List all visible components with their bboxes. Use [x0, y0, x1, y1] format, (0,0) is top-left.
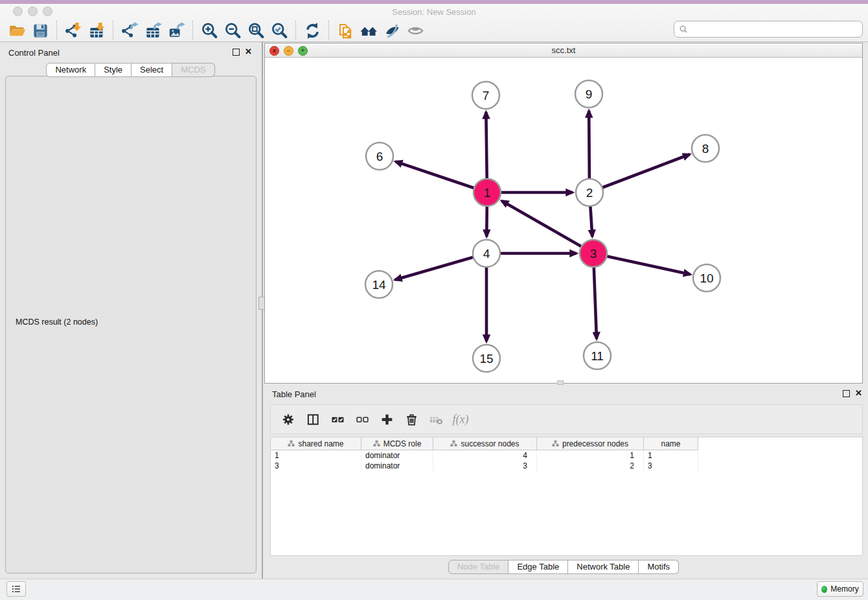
- cell-MCDS-role[interactable]: dominator: [361, 461, 433, 471]
- select-all-button[interactable]: [325, 408, 350, 431]
- control-panel-float-icon[interactable]: [233, 49, 240, 56]
- export-network-button[interactable]: [118, 20, 141, 41]
- table-tab-motifs[interactable]: Motifs: [639, 560, 679, 574]
- refresh-button[interactable]: [301, 20, 324, 41]
- cell-name[interactable]: 1: [644, 450, 698, 461]
- delete-table-button[interactable]: [424, 408, 448, 431]
- network-close-button[interactable]: x: [269, 46, 279, 56]
- svg-text:3: 3: [590, 247, 597, 260]
- graph-node-1[interactable]: 1: [474, 179, 501, 206]
- tab-style[interactable]: Style: [95, 63, 131, 77]
- home-button[interactable]: [357, 20, 380, 41]
- table-tab-node-table[interactable]: Node Table: [448, 560, 509, 574]
- network-minimize-button[interactable]: –: [284, 46, 293, 56]
- graph-node-14[interactable]: 14: [365, 271, 393, 298]
- cell-name[interactable]: 3: [644, 461, 698, 471]
- column-header-MCDS-role[interactable]: MCDS role: [361, 437, 433, 450]
- column-header-successor-nodes[interactable]: successor nodes: [433, 437, 537, 450]
- export-image-button[interactable]: [165, 20, 188, 41]
- table-row[interactable]: 3dominator323: [271, 461, 862, 471]
- search-box[interactable]: [674, 21, 863, 38]
- deselect-all-button[interactable]: [350, 408, 374, 431]
- memory-button[interactable]: Memory: [817, 581, 863, 597]
- zoom-in-button[interactable]: [198, 20, 221, 41]
- edge-3-10[interactable]: [593, 253, 691, 274]
- shared-column-icon: [450, 440, 457, 447]
- edge-3-1[interactable]: [502, 201, 593, 253]
- main-toolbar: [5, 19, 427, 41]
- open-button[interactable]: [5, 20, 29, 41]
- edge-1-6[interactable]: [396, 161, 487, 192]
- column-header-label: predecessor nodes: [562, 439, 628, 448]
- table-panel-title: Table Panel: [272, 389, 316, 399]
- svg-text:8: 8: [702, 142, 709, 156]
- column-header-predecessor-nodes[interactable]: predecessor nodes: [537, 437, 644, 450]
- shared-column-icon: [373, 440, 380, 447]
- list-panel-button[interactable]: [6, 581, 26, 597]
- cell-successor-nodes[interactable]: 3: [433, 461, 537, 471]
- network-graph-canvas[interactable]: 7968124314101511: [265, 58, 862, 383]
- show-hide-button[interactable]: [404, 20, 427, 41]
- import-network-button[interactable]: [62, 20, 85, 41]
- graph-node-9[interactable]: 9: [575, 80, 602, 108]
- save-button[interactable]: [29, 20, 52, 41]
- deselect-all-icon: [355, 412, 370, 427]
- columns-button[interactable]: [301, 408, 325, 431]
- edge-2-8[interactable]: [589, 154, 690, 192]
- table-toolbar: f(x): [270, 404, 863, 434]
- import-table-button[interactable]: [85, 20, 108, 41]
- graph-node-2[interactable]: 2: [576, 179, 603, 206]
- function-builder-button[interactable]: f(x): [448, 408, 473, 431]
- zoom-selected-button[interactable]: [268, 20, 291, 41]
- graph-node-7[interactable]: 7: [472, 82, 499, 109]
- add-row-button[interactable]: [374, 408, 399, 431]
- graph-node-8[interactable]: 8: [692, 135, 719, 162]
- status-bar: [0, 579, 868, 600]
- graph-node-10[interactable]: 10: [693, 264, 720, 292]
- table-row[interactable]: 1dominator411: [271, 450, 862, 461]
- table-tab-edge-table[interactable]: Edge Table: [508, 560, 568, 574]
- svg-text:4: 4: [483, 247, 490, 260]
- cell-predecessor-nodes[interactable]: 2: [537, 461, 644, 471]
- network-maximize-button[interactable]: +: [298, 46, 308, 56]
- vizmapper-button[interactable]: [380, 20, 404, 41]
- clone-network-button[interactable]: [334, 20, 357, 41]
- save-icon: [32, 22, 49, 40]
- search-icon: [678, 24, 689, 35]
- column-header-shared-name[interactable]: shared name: [271, 437, 361, 450]
- tab-select[interactable]: Select: [131, 63, 172, 77]
- cell-predecessor-nodes[interactable]: 1: [537, 450, 644, 461]
- export-table-button[interactable]: [141, 20, 165, 41]
- horizontal-splitter-handle[interactable]: [557, 380, 564, 385]
- delete-table-icon: [429, 412, 444, 427]
- add-row-icon: [380, 412, 394, 427]
- zoom-out-button[interactable]: [221, 20, 244, 41]
- column-header-name[interactable]: name: [644, 437, 698, 450]
- graph-node-4[interactable]: 4: [473, 240, 500, 267]
- delete-row-button[interactable]: [399, 408, 424, 431]
- cell-shared-name[interactable]: 3: [271, 461, 361, 471]
- graph-node-6[interactable]: 6: [366, 143, 393, 170]
- control-panel-close-icon[interactable]: ✕: [245, 48, 252, 55]
- cell-shared-name[interactable]: 1: [271, 450, 361, 461]
- cell-MCDS-role[interactable]: dominator: [361, 450, 433, 461]
- settings-button[interactable]: [276, 408, 301, 431]
- tab-mcds[interactable]: MCDS: [172, 63, 214, 77]
- columns-icon: [306, 412, 321, 427]
- search-input[interactable]: [689, 22, 862, 36]
- zoom-fit-button[interactable]: [244, 20, 268, 41]
- vertical-splitter[interactable]: [262, 41, 263, 579]
- cell-successor-nodes[interactable]: 4: [433, 450, 537, 461]
- import-table-icon: [88, 22, 106, 40]
- graph-node-11[interactable]: 11: [584, 342, 611, 369]
- table-tab-network-table[interactable]: Network Table: [568, 560, 639, 574]
- table-panel-float-icon[interactable]: [843, 390, 850, 397]
- graph-node-3[interactable]: 3: [580, 240, 607, 267]
- node-table[interactable]: shared nameMCDS rolesuccessor nodesprede…: [270, 437, 863, 556]
- tab-network[interactable]: Network: [46, 63, 95, 77]
- zoom-in-icon: [201, 22, 218, 40]
- graph-node-15[interactable]: 15: [473, 345, 500, 372]
- list-icon: [10, 583, 22, 595]
- network-window-titlebar[interactable]: x – + scc.txt: [265, 43, 862, 58]
- table-panel-close-icon[interactable]: ✕: [855, 389, 862, 397]
